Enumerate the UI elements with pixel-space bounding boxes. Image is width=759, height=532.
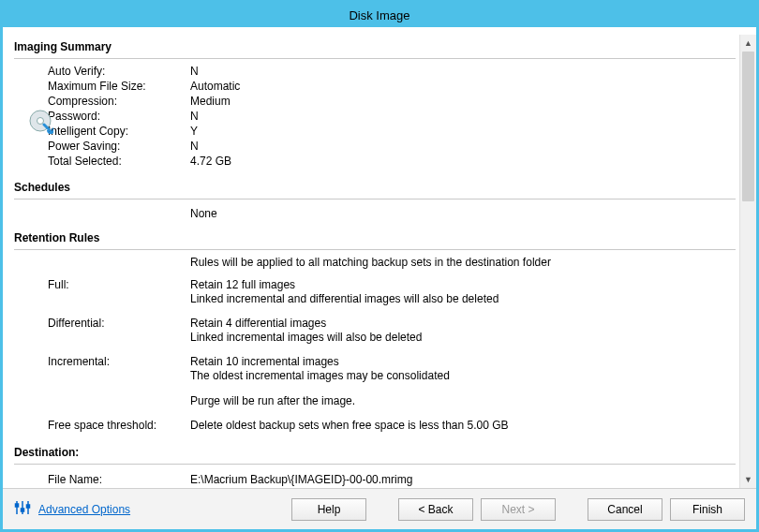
destination-row: File Name: E:\Macrium Backup\{IMAGEID}-0…: [14, 470, 736, 488]
scroll-up-icon[interactable]: ▲: [740, 35, 756, 52]
summary-row: Password:N: [14, 110, 736, 125]
sliders-icon: [14, 499, 31, 519]
summary-row: Power Saving:N: [14, 140, 736, 155]
scroll-down-icon[interactable]: ▼: [740, 471, 756, 488]
retention-full-line1: Retain 12 full images: [190, 278, 736, 292]
summary-value: Y: [190, 125, 736, 139]
finish-button[interactable]: Finish: [670, 498, 745, 521]
vertical-scrollbar[interactable]: ▲ ▼: [739, 35, 756, 488]
retention-threshold-label: Free space threshold:: [48, 419, 190, 433]
divider: [14, 58, 736, 59]
summary-value: N: [190, 65, 736, 79]
summary-label: Intelligent Copy:: [48, 125, 190, 139]
svg-rect-3: [16, 504, 19, 507]
retention-full-label: Full:: [48, 278, 190, 292]
divider: [14, 464, 736, 465]
summary-value: N: [190, 140, 736, 154]
summary-value: 4.72 GB: [190, 155, 736, 169]
summary-row: Auto Verify:N: [14, 65, 736, 80]
retention-diff-line2: Linked incremental images will also be d…: [14, 331, 736, 352]
retention-purge: Purge will be run after the image.: [14, 391, 736, 416]
retention-full-row: Full: Retain 12 full images: [14, 275, 736, 292]
retention-incr-label: Incremental:: [48, 355, 190, 369]
retention-note: Rules will be applied to all matching ba…: [14, 256, 736, 275]
schedules-value: None: [190, 207, 217, 220]
retention-incr-line1: Retain 10 incremental images: [190, 355, 736, 369]
summary-label: Total Selected:: [48, 155, 190, 169]
summary-row: Intelligent Copy:Y: [14, 125, 736, 140]
retention-full-line2: Linked incremental and differential imag…: [14, 292, 736, 314]
summary-value: Automatic: [190, 80, 736, 94]
summary-row: Compression:Medium: [14, 95, 736, 110]
retention-threshold-value: Delete oldest backup sets when free spac…: [190, 419, 736, 433]
dialog-footer: Advanced Options Help < Back Next > Canc…: [3, 488, 756, 529]
svg-point-1: [37, 118, 44, 125]
summary-value: N: [190, 110, 736, 124]
scroll-thumb[interactable]: [742, 52, 754, 201]
summary-label: Compression:: [48, 95, 190, 109]
disk-icon: [27, 108, 53, 134]
summary-label: Auto Verify:: [48, 65, 190, 79]
divider: [14, 249, 736, 250]
advanced-options-link[interactable]: Advanced Options: [38, 503, 130, 516]
retention-diff-row: Differential: Retain 4 differential imag…: [14, 314, 736, 331]
next-button: Next >: [481, 498, 556, 521]
destination-filename-value: E:\Macrium Backup\{IMAGEID}-00-00.mrimg: [190, 473, 736, 487]
summary-label: Maximum File Size:: [48, 80, 190, 94]
help-button[interactable]: Help: [291, 498, 366, 521]
imaging-summary-block: Auto Verify:N Maximum File Size:Automati…: [14, 65, 736, 170]
content-wrapper: Imaging Summary Auto Verify:N Maximum Fi…: [3, 27, 756, 488]
destination-header: Destination:: [14, 440, 736, 462]
retention-diff-label: Differential:: [48, 317, 190, 331]
svg-rect-7: [27, 505, 30, 508]
cancel-button[interactable]: Cancel: [588, 498, 662, 521]
summary-label: Power Saving:: [48, 140, 190, 154]
retention-diff-line1: Retain 4 differential images: [190, 317, 736, 331]
divider: [14, 199, 736, 200]
retention-incr-row: Incremental: Retain 10 incremental image…: [14, 352, 736, 369]
retention-threshold-row: Free space threshold: Delete oldest back…: [14, 416, 736, 440]
schedules-header: Schedules: [14, 175, 736, 197]
dialog-window: Disk Image Imaging Summary Auto Verify:N: [0, 0, 759, 532]
summary-row: Total Selected:4.72 GB: [14, 155, 736, 170]
window-title: Disk Image: [349, 8, 409, 22]
content-pane: Imaging Summary Auto Verify:N Maximum Fi…: [14, 35, 739, 488]
schedules-label: [14, 207, 190, 220]
svg-rect-5: [22, 509, 24, 511]
back-button[interactable]: < Back: [398, 498, 473, 521]
summary-row: Maximum File Size:Automatic: [14, 80, 736, 95]
imaging-summary-header: Imaging Summary: [14, 35, 736, 56]
destination-filename-label: File Name:: [48, 473, 190, 487]
schedules-row: None: [14, 205, 736, 226]
summary-value: Medium: [190, 95, 736, 109]
retention-header: Retention Rules: [14, 226, 736, 247]
titlebar: Disk Image: [3, 3, 756, 27]
summary-label: Password:: [48, 110, 190, 124]
retention-incr-line2: The oldest incremental images may be con…: [14, 369, 736, 391]
